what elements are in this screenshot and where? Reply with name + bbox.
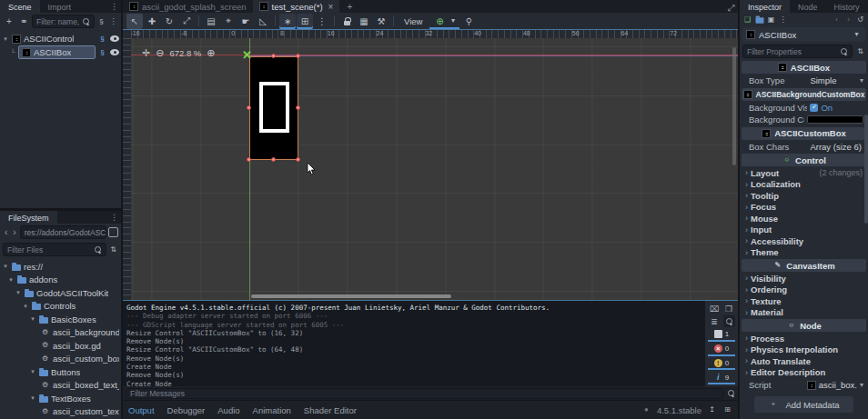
save-resource-icon[interactable]: ▣ [766,15,776,25]
inspector-scrollbar[interactable] [864,115,868,224]
warnings-filter-toggle[interactable]: ! 0 [708,358,735,371]
skeleton-options-icon[interactable]: ⚒ [373,14,389,29]
edited-object-selector[interactable]: :: ASCIIBox ▾ [742,27,865,42]
scene-tab-splash[interactable]: :: ascii_godot_splash_screen [123,0,253,13]
fs-row[interactable]: ▾ Controls [0,300,121,314]
console-log[interactable]: Godot Engine v4.5.1.stable.official (c) … [123,301,705,386]
new-resource-icon[interactable]: ❏ [742,15,752,25]
zoom-out-icon[interactable]: ⊖ [156,47,164,59]
focus-search-icon[interactable] [723,315,735,327]
fs-row[interactable]: ▾ BasicBoxes [0,313,121,326]
property-group[interactable]: Material [742,307,866,319]
property-group[interactable]: Theme [742,247,866,259]
canvas-content[interactable]: ✕ ✛ ⊖ 672.8 % ⊕ [131,38,738,300]
rotate-tool-icon[interactable]: ↻ [161,14,177,29]
visibility-eye-icon[interactable] [110,35,119,42]
fs-row[interactable]: ▾ GodotASCIIToolKit [0,286,121,300]
category-control[interactable]: ○ Control [742,154,866,166]
property-filter-input[interactable] [747,45,838,57]
embed-game-icon[interactable]: ⚲ [460,14,477,29]
scene-dock-menu-icon[interactable]: ⋮ [107,0,121,13]
smart-snap-icon[interactable]: ∗ [279,14,296,29]
expand-bottom-panel-icon[interactable]: ↥ [707,405,717,415]
camera-override-dropdown-icon[interactable]: ▾ [448,16,458,26]
tab-inspector[interactable]: Inspector [740,0,790,13]
history-back-icon[interactable]: ‹ [832,15,842,25]
resize-handle-top-mid[interactable] [271,54,276,58]
resize-handle-bottom-right[interactable] [296,157,300,162]
resize-handle-mid-left[interactable] [247,105,251,110]
distraction-free-icon[interactable]: ⤢ [725,2,737,14]
fs-row[interactable]: ⚙ ascii_box.gd [0,339,121,353]
center-view-icon[interactable]: ✛ [142,47,150,59]
edit-history-icon[interactable]: ↺ [855,15,865,25]
asciibox-control-node[interactable] [249,56,298,160]
tab-output[interactable]: Output [128,405,155,415]
group-icon[interactable]: ▦ [356,14,372,29]
copy-output-icon[interactable]: ❐ [723,303,735,314]
script-attached-icon[interactable]: § [97,47,107,57]
add-node-icon[interactable]: + [3,15,15,28]
file-sort-icon[interactable]: ⇅ [108,244,118,254]
tab-scene[interactable]: Scene [0,0,40,13]
fs-row[interactable]: ⚙ ascii_custom_text_b... [0,405,121,419]
property-group[interactable]: Focus [742,202,866,214]
instantiate-scene-icon[interactable]: ⚭ [17,15,30,28]
node-label[interactable]: ASCIIBox [34,47,71,57]
property-group[interactable]: Auto Translate [742,355,866,367]
tab-animation[interactable]: Animation [253,405,291,415]
filter-messages-input[interactable] [126,388,723,399]
resize-handle-bottom-mid[interactable] [271,157,276,162]
attach-script-icon[interactable]: § [96,16,106,26]
scene-filter-field[interactable] [32,15,95,28]
fs-row[interactable]: ⚙ ascii_background_c... [0,326,121,340]
box-chars-array-button[interactable]: Array (size 6) [810,142,863,152]
property-group[interactable]: Ordering [742,284,866,296]
property-group[interactable]: Tooltip [742,190,866,202]
fs-row[interactable]: ⚙ ascii_custom_box.gd [0,353,121,366]
fs-row[interactable]: ▾ addons [0,274,121,287]
property-group[interactable]: Input [742,224,866,236]
category-canvasitem[interactable]: ✎ CanvasItem [742,259,866,272]
anchor-gizmo[interactable]: ✕ [242,48,252,62]
list-select-tool-icon[interactable]: ▤ [203,14,219,29]
viewport-2d[interactable]: -16-8081624324048566472 08162432 ✕ [123,30,738,301]
fs-row[interactable]: ▾ TextBoxes [0,392,121,405]
filesystem-menu-icon[interactable]: ⋮ [107,211,121,224]
zoom-level[interactable]: 672.8 % [169,48,201,58]
snap-options-icon[interactable]: ⋮ [314,14,330,29]
background-visible-checkbox[interactable]: ✓ [810,104,818,112]
version-label[interactable]: 4.5.1.stable [657,405,701,415]
tab-audio[interactable]: Audio [217,405,239,415]
lock-icon[interactable] [338,14,355,29]
nav-forward-icon[interactable]: › [11,227,17,237]
fs-row[interactable]: ▾ res:// [0,260,121,274]
tab-shader-editor[interactable]: Shader Editor [304,405,357,415]
scene-tree-menu-icon[interactable]: ⋮ [108,16,118,26]
property-group[interactable]: Editor Description [742,367,866,379]
add-metadata-button[interactable]: + Add Metadata [754,396,853,413]
property-group[interactable]: Mouse [742,213,866,224]
property-group[interactable]: Process [742,333,866,344]
move-tool-icon[interactable]: ✚ [144,14,160,29]
fs-row[interactable]: ▾ Buttons [0,365,121,379]
collapse-arrow-icon[interactable]: ▾ [2,35,9,43]
script-attached-icon[interactable]: § [97,34,107,44]
load-resource-icon[interactable] [754,15,764,25]
zoom-in-icon[interactable]: ⊕ [207,47,215,59]
tab-filesystem[interactable]: FileSystem [0,211,57,224]
info-filter-toggle[interactable]: i 9 [708,372,735,384]
new-scene-tab-icon[interactable]: + [339,0,359,13]
property-group[interactable]: Texture [742,295,866,307]
select-tool-icon[interactable]: ↖ [126,14,143,29]
category-background-custom-box[interactable]: :: ASCIIBackgroundCustomBox [742,88,866,101]
script-value-button[interactable]: :: ascii_box. ▾ [807,380,863,390]
category-node[interactable]: ○ Node [742,319,866,332]
messages-filter-toggle[interactable]: 1 [708,329,735,342]
clear-output-icon[interactable]: ⌧ [709,303,721,314]
category-asciibox[interactable]: :: ASCIIBox [742,61,866,74]
pan-tool-icon[interactable]: ☛ [237,14,254,29]
tab-node[interactable]: Node [790,0,826,13]
camera-override-icon[interactable]: ⊕ [431,14,448,29]
files-filter-input[interactable] [7,244,92,255]
